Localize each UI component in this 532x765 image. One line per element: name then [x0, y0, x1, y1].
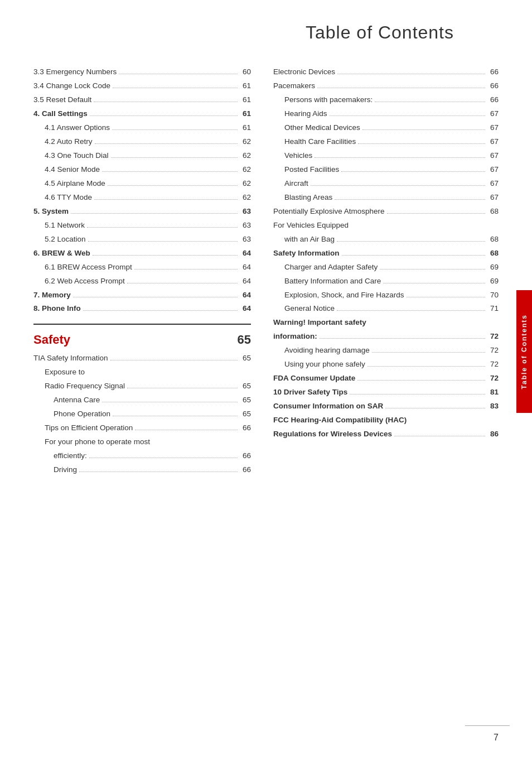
toc-item-dots — [135, 430, 238, 430]
toc-item: efficiently:66 — [33, 449, 251, 463]
toc-item-title: 3.4 Change Lock Code — [33, 79, 110, 93]
toc-item-page: 64 — [240, 302, 251, 316]
toc-item-page: 62 — [240, 149, 251, 163]
toc-item: Driving66 — [33, 463, 251, 477]
toc-item-title: 5.2 Location — [33, 233, 86, 247]
toc-item-title: Pacemakers — [273, 79, 315, 93]
toc-item: Persons with pacemakers:66 — [273, 93, 499, 107]
toc-item-title: 6.1 BREW Access Prompt — [33, 261, 132, 275]
toc-item-page: 70 — [487, 288, 499, 302]
toc-item: 3.4 Change Lock Code61 — [33, 79, 251, 93]
toc-item: Phone Operation65 — [33, 407, 251, 421]
toc-item-dots — [337, 310, 485, 311]
toc-item-title: Radio Frequency Signal — [33, 379, 125, 393]
toc-item-dots — [93, 255, 238, 256]
toc-item-title: Electronic Devices — [273, 65, 335, 79]
toc-item-title: 3.3 Emergency Numbers — [33, 65, 117, 79]
toc-item: information:72 — [273, 330, 499, 344]
toc-item-page: 62 — [240, 163, 251, 177]
toc-item-dots — [380, 269, 485, 270]
toc-item-dots — [372, 352, 485, 353]
toc-item: with an Air Bag68 — [273, 233, 499, 247]
toc-item: Antenna Care65 — [33, 393, 251, 407]
toc-right: Electronic Devices66Pacemakers66Persons … — [273, 65, 499, 477]
toc-item-title: Health Care Facilities — [273, 135, 356, 149]
toc-item: Potentially Explosive Atmosphere68 — [273, 205, 499, 219]
toc-item-title: Aircraft — [273, 177, 308, 191]
toc-item: FCC Hearing-Aid Compatibility (HAC) — [273, 413, 499, 427]
toc-item-page: 62 — [240, 177, 251, 191]
toc-item-dots — [385, 408, 485, 408]
toc-item-page: 64 — [240, 288, 251, 302]
toc-item-page: 67 — [487, 135, 499, 149]
toc-item-title: General Notice — [273, 302, 335, 316]
toc-item-title: Using your phone safely — [273, 358, 365, 372]
page-title: Table of Contents — [33, 22, 499, 43]
toc-item-page: 60 — [240, 65, 251, 79]
toc-item-title: FDA Consumer Update — [273, 372, 355, 386]
toc-item-page: 72 — [487, 344, 499, 358]
toc-item-page: 66 — [240, 421, 251, 435]
toc-item-title: Exposure to — [33, 365, 85, 379]
toc-item-dots — [127, 388, 238, 388]
toc-item: 5.1 Network63 — [33, 219, 251, 233]
toc-item-page: 66 — [487, 65, 499, 79]
toc-item-dots — [315, 157, 485, 158]
toc-item-dots — [330, 116, 485, 116]
toc-item: For Vehicles Equipped — [273, 219, 499, 233]
toc-item: Pacemakers66 — [273, 79, 499, 93]
toc-item-title: information: — [273, 330, 317, 344]
toc-item-title: 4.2 Auto Retry — [33, 135, 93, 149]
toc-item-title: TIA Safety Information — [33, 352, 108, 365]
toc-item-dots — [407, 297, 485, 297]
toc-item: General Notice71 — [273, 302, 499, 316]
toc-item: 6.1 BREW Access Prompt64 — [33, 261, 251, 275]
toc-item-title: efficiently: — [33, 449, 87, 463]
toc-item: FDA Consumer Update72 — [273, 372, 499, 386]
toc-item-dots — [102, 171, 238, 172]
toc-item: TIA Safety Information65 — [33, 352, 251, 365]
toc-item-page: 67 — [487, 177, 499, 191]
toc-item-title: Potentially Explosive Atmosphere — [273, 205, 385, 219]
toc-item-dots — [73, 297, 238, 297]
toc-item-dots — [320, 338, 485, 339]
toc-item-title: 4.3 One Touch Dial — [33, 149, 109, 163]
toc-item-dots — [108, 185, 238, 186]
toc-item: Using your phone safely72 — [273, 358, 499, 372]
toc-item-page: 62 — [240, 135, 251, 149]
toc-item: Hearing Aids67 — [273, 107, 499, 121]
toc-item-page: 66 — [487, 79, 499, 93]
toc-item: 5.2 Location63 — [33, 233, 251, 247]
toc-item-page: 61 — [240, 121, 251, 135]
toc-item-dots — [335, 199, 485, 200]
toc-item-page: 68 — [487, 233, 499, 247]
toc-item-page: 81 — [487, 386, 499, 400]
toc-item-dots — [317, 88, 485, 88]
toc-item-title: For Vehicles Equipped — [273, 219, 349, 233]
toc-item-dots — [342, 255, 485, 256]
toc-item-title: Driving — [33, 463, 77, 477]
toc-item-title: Battery Information and Care — [273, 275, 381, 288]
toc-item: 4.5 Airplane Mode62 — [33, 177, 251, 191]
toc-item: 4. Call Settings61 — [33, 107, 251, 121]
toc-item-page: 72 — [487, 358, 499, 372]
toc-layout: 3.3 Emergency Numbers603.4 Change Lock C… — [33, 65, 499, 477]
toc-item-page: 66 — [240, 463, 251, 477]
toc-item-title: 5. System — [33, 205, 69, 219]
toc-item-dots — [95, 143, 238, 144]
toc-item-page: 67 — [487, 163, 499, 177]
sidebar-tab-label: Table of Contents — [520, 314, 528, 389]
toc-item-title: Consumer Information on SAR — [273, 400, 383, 413]
section-divider — [33, 324, 251, 325]
toc-item: 4.4 Senior Mode62 — [33, 163, 251, 177]
toc-item-page: 66 — [487, 93, 499, 107]
toc-item: Health Care Facilities67 — [273, 135, 499, 149]
toc-item: Blasting Areas67 — [273, 191, 499, 205]
toc-item-dots — [311, 185, 485, 186]
toc-item-title: Charger and Adapter Safety — [273, 261, 378, 275]
toc-item: For your phone to operate most — [33, 435, 251, 449]
toc-item-page: 67 — [487, 121, 499, 135]
toc-item-title: Vehicles — [273, 149, 312, 163]
toc-item: Aircraft67 — [273, 177, 499, 191]
toc-item-dots — [94, 199, 238, 200]
